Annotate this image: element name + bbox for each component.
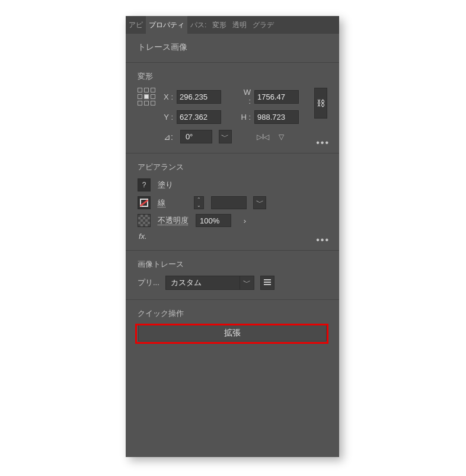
image-trace-title: 画像トレース [138, 259, 327, 270]
w-field: W : [240, 88, 307, 106]
angle-icon: ⊿: [164, 132, 173, 142]
opacity-swatch[interactable] [138, 214, 151, 227]
object-type-label: トレース画像 [138, 42, 327, 53]
section-appearance: アピアランス ? 塗り 線 ⌃⌄ ﹀ 不透明度 100% › fx. ••• [126, 154, 339, 251]
reference-point-grid[interactable] [138, 88, 155, 106]
opacity-input[interactable]: 100% [196, 214, 231, 227]
y-label: Y : [162, 113, 173, 122]
angle-input[interactable]: 0° [180, 130, 212, 143]
expand-button[interactable]: 拡張 [138, 325, 327, 341]
h-input[interactable] [254, 110, 299, 124]
stroke-weight-dropdown-icon[interactable]: ﹀ [253, 196, 266, 209]
appearance-title: アピアランス [138, 162, 327, 172]
preset-dropdown[interactable]: カスタム ﹀ [165, 276, 254, 290]
fx-button[interactable]: fx. [139, 232, 327, 241]
section-image-trace: 画像トレース プリ... カスタム ﹀ [126, 251, 339, 300]
stroke-label[interactable]: 線 [158, 197, 165, 208]
fill-label: 塗り [158, 180, 173, 190]
preset-value: カスタム [171, 277, 202, 288]
h-label: H : [240, 113, 251, 122]
constrain-proportions-icon[interactable]: ⛓ [314, 88, 327, 119]
fill-row: ? 塗り [138, 178, 327, 191]
flip-vertical-icon[interactable]: ▽ [279, 133, 284, 141]
quick-ops-title: クイック操作 [138, 308, 327, 319]
stroke-weight-input[interactable] [211, 196, 247, 209]
preset-label: プリ... [138, 277, 159, 288]
appearance-more-icon[interactable]: ••• [316, 235, 330, 245]
panel-tabs: アピ プロパティ パス: 変形 透明 グラデ [126, 16, 339, 34]
tab-path[interactable]: パス: [187, 16, 209, 34]
opacity-row: 不透明度 100% › [138, 214, 327, 227]
stroke-swatch[interactable] [138, 196, 151, 209]
h-field: H : [240, 110, 307, 124]
section-quick-ops: クイック操作 拡張 [126, 300, 339, 351]
x-label: X : [162, 92, 173, 101]
tab-appearance-short[interactable]: アピ [126, 16, 146, 34]
opacity-label[interactable]: 不透明度 [158, 215, 189, 226]
section-transform: 変形 X : W : Y : [126, 63, 339, 154]
stroke-weight-stepper[interactable]: ⌃⌄ [194, 196, 204, 209]
section-object-type: トレース画像 [126, 34, 339, 63]
tab-properties[interactable]: プロパティ [146, 16, 187, 34]
tab-transform[interactable]: 変形 [209, 16, 229, 34]
transform-title: 変形 [138, 71, 327, 82]
flip-horizontal-icon[interactable]: ▷I◁ [257, 133, 269, 141]
tab-transparency[interactable]: 透明 [229, 16, 250, 34]
w-input[interactable] [254, 90, 299, 104]
opacity-expand-icon[interactable]: › [238, 214, 251, 227]
tab-gradient[interactable]: グラデ [250, 16, 277, 34]
x-field: X : [162, 88, 229, 106]
stroke-row: 線 ⌃⌄ ﹀ [138, 196, 327, 209]
x-input[interactable] [177, 90, 221, 104]
trace-panel-icon[interactable] [260, 276, 275, 290]
y-field: Y : [162, 110, 229, 124]
properties-panel: アピ プロパティ パス: 変形 透明 グラデ トレース画像 変形 X : W : [126, 16, 339, 457]
w-label: W : [240, 88, 251, 106]
transform-more-icon[interactable]: ••• [316, 138, 330, 148]
fill-swatch[interactable]: ? [138, 178, 151, 191]
chevron-down-icon: ﹀ [240, 276, 254, 289]
y-input[interactable] [177, 110, 221, 124]
angle-dropdown-icon[interactable]: ﹀ [219, 130, 232, 143]
